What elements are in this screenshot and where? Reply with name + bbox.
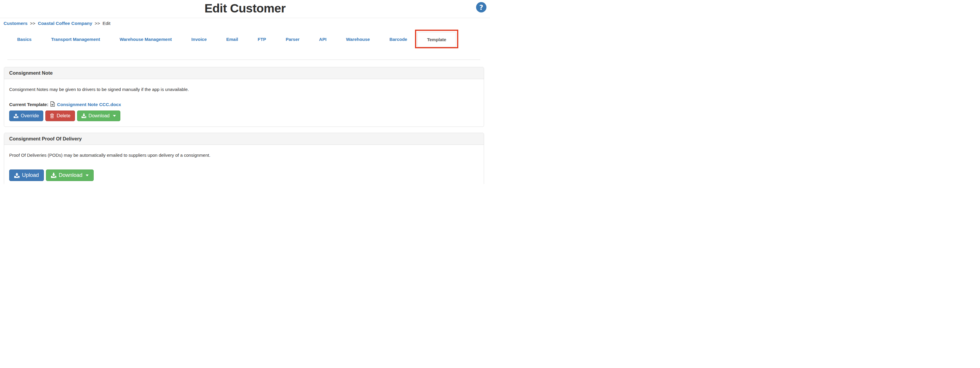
breadcrumb-current-page: Edit [103,21,111,26]
tab-barcode[interactable]: Barcode [380,32,417,46]
tab-api[interactable]: API [309,32,336,46]
current-template-row: Current Template: w Consignment Note CCC… [9,102,479,108]
breadcrumb: Customers >> Coastal Coffee Company >> E… [0,18,490,26]
trash-icon [50,114,54,118]
breadcrumb-customers-link[interactable]: Customers [3,21,27,26]
tab-parser[interactable]: Parser [276,32,309,46]
tab-ftp[interactable]: FTP [248,32,276,46]
current-template-label: Current Template: [9,102,48,107]
consignment-note-buttons: Override Delete [9,111,479,121]
tab-transport-management[interactable]: Transport Management [41,32,110,46]
page-title: Edit Customer [0,0,490,16]
delete-button[interactable]: Delete [45,111,75,121]
upload-icon [14,114,18,118]
tab-bar: Basics Transport Management Warehouse Ma… [0,32,490,47]
consignment-note-panel-title: Consignment Note [4,67,484,79]
download-icon [81,114,86,118]
tab-basics[interactable]: Basics [7,32,41,46]
proof-of-delivery-panel-body: Proof Of Deliveries (PODs) may be automa… [4,145,484,184]
help-button[interactable]: ? [476,2,487,13]
upload-icon [14,173,19,178]
breadcrumb-separator: >> [29,21,37,26]
chevron-down-icon [113,115,116,117]
proof-of-delivery-buttons: Upload Download [9,170,479,181]
tab-warehouse-management[interactable]: Warehouse Management [110,32,181,46]
override-button[interactable]: Override [9,111,43,121]
tab-template-active[interactable]: Template [417,32,457,47]
proof-of-delivery-panel: Consignment Proof Of Delivery Proof Of D… [4,133,484,184]
proof-of-delivery-panel-title: Consignment Proof Of Delivery [4,133,484,145]
tab-email[interactable]: Email [216,32,248,46]
consignment-note-panel: Consignment Note Consignment Notes may b… [4,67,484,127]
tab-warehouse[interactable]: Warehouse [336,32,379,46]
proof-of-delivery-description: Proof Of Deliveries (PODs) may be automa… [9,152,479,158]
download-icon [51,173,56,178]
consignment-note-description: Consignment Notes may be given to driver… [9,86,479,92]
breadcrumb-separator: >> [93,21,101,26]
consignment-note-panel-body: Consignment Notes may be given to driver… [4,79,484,127]
tab-invoice[interactable]: Invoice [182,32,217,46]
word-file-icon: w [50,102,55,108]
svg-text:w: w [51,103,54,106]
current-template-file-link[interactable]: Consignment Note CCC.docx [57,102,121,107]
chevron-down-icon [86,174,89,176]
download-button[interactable]: Download [46,170,94,181]
upload-button[interactable]: Upload [9,170,44,181]
breadcrumb-company-link[interactable]: Coastal Coffee Company [38,21,92,26]
download-button[interactable]: Download [77,111,120,121]
question-mark-icon: ? [479,3,483,11]
